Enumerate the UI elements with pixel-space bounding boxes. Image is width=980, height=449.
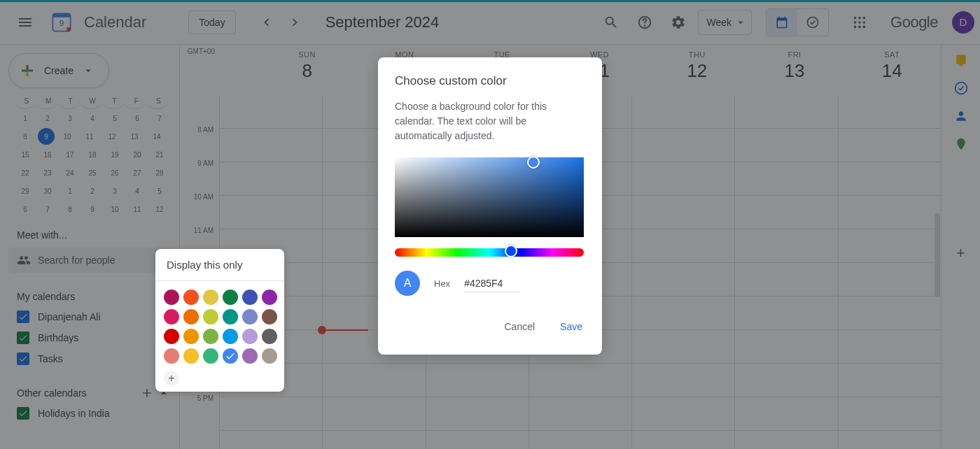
color-preview: A <box>395 271 420 296</box>
color-swatch[interactable] <box>242 329 258 344</box>
color-swatch[interactable] <box>164 309 179 325</box>
color-swatch[interactable] <box>262 290 277 305</box>
color-swatch[interactable] <box>164 329 179 344</box>
color-swatch[interactable] <box>183 348 199 364</box>
add-custom-color-button[interactable]: + <box>164 371 179 386</box>
color-swatch[interactable] <box>183 329 199 344</box>
color-swatch[interactable] <box>203 309 218 325</box>
hex-input[interactable] <box>464 275 520 292</box>
display-this-only-button[interactable]: Display this only <box>155 249 284 281</box>
color-swatch[interactable] <box>262 309 277 325</box>
color-swatch[interactable] <box>223 348 238 364</box>
color-swatch[interactable] <box>203 329 218 344</box>
color-swatch[interactable] <box>242 348 258 364</box>
color-swatch[interactable] <box>223 329 238 344</box>
color-swatch[interactable] <box>242 309 258 325</box>
color-picker-popup: Display this only + <box>155 249 284 392</box>
sl-pointer[interactable] <box>527 156 540 169</box>
hue-slider[interactable] <box>395 248 584 257</box>
color-swatch[interactable] <box>203 348 218 364</box>
color-swatch[interactable] <box>183 290 199 305</box>
saturation-lightness-picker[interactable] <box>395 157 584 237</box>
color-swatch[interactable] <box>223 290 238 305</box>
color-swatch[interactable] <box>223 309 238 325</box>
custom-color-dialog: Choose custom color Choose a background … <box>378 57 602 355</box>
color-swatch[interactable] <box>203 290 218 305</box>
cancel-button[interactable]: Cancel <box>501 315 538 338</box>
color-swatch[interactable] <box>164 348 179 364</box>
dialog-title: Choose custom color <box>395 74 585 88</box>
hue-pointer[interactable] <box>505 245 517 257</box>
color-swatch[interactable] <box>183 309 199 325</box>
color-swatch[interactable] <box>242 290 258 305</box>
color-swatch[interactable] <box>262 329 277 344</box>
save-button[interactable]: Save <box>557 315 585 338</box>
color-swatch[interactable] <box>164 290 179 305</box>
dialog-description: Choose a background color for this calen… <box>395 99 585 143</box>
color-swatch[interactable] <box>262 348 277 364</box>
hex-label: Hex <box>434 278 450 289</box>
